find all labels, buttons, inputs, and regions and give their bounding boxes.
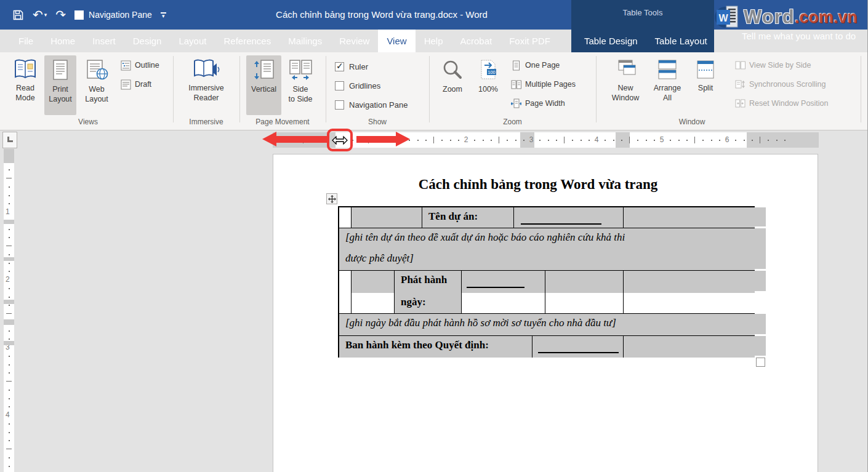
web-layout-button[interactable]: WebLayout xyxy=(78,55,116,115)
immersive-reader-button[interactable]: ImmersiveReader xyxy=(179,55,234,115)
blank-line xyxy=(521,223,601,225)
save-button[interactable] xyxy=(12,6,24,24)
redo-icon: ↷ xyxy=(55,9,66,21)
red-arrow-right xyxy=(396,132,410,146)
page-width-button[interactable]: Page Width xyxy=(511,97,565,110)
table-row-marker[interactable] xyxy=(4,300,14,304)
table-cell[interactable] xyxy=(624,271,755,314)
navigation-pane-checkbox[interactable] xyxy=(74,10,84,20)
table-cell-phat-hanh[interactable]: Phát hành ngày: xyxy=(395,271,462,314)
move-icon xyxy=(328,195,336,203)
reset-window-position-button[interactable]: Reset Window Position xyxy=(735,97,829,110)
row-end-marker xyxy=(755,271,766,291)
ruler-number: 4 xyxy=(6,410,10,419)
tab-design[interactable]: Design xyxy=(124,30,171,52)
synchronous-scrolling-button[interactable]: Synchronous Scrolling xyxy=(735,78,826,91)
undo-dropdown-icon[interactable]: ▾ xyxy=(44,12,47,18)
gridlines-checkbox-row[interactable]: Gridlines xyxy=(335,79,380,92)
tab-table-layout[interactable]: Table Layout xyxy=(646,30,716,52)
qat-navigation-pane-toggle[interactable]: Navigation Pane xyxy=(74,10,152,20)
tab-review[interactable]: Review xyxy=(331,30,378,52)
table-move-handle[interactable] xyxy=(326,193,337,204)
table-cell[interactable] xyxy=(545,271,624,314)
split-button[interactable]: Split xyxy=(691,55,720,115)
tab-help[interactable]: Help xyxy=(416,30,452,52)
synchronous-scrolling-icon xyxy=(735,79,745,90)
vertical-ruler[interactable]: 1234 xyxy=(4,149,14,472)
read-mode-button[interactable]: ReadMode xyxy=(7,55,43,115)
tab-file[interactable]: File xyxy=(10,30,42,52)
horizontal-ruler[interactable]: 123456 xyxy=(273,132,819,148)
group-label-views: Views xyxy=(5,118,171,126)
table-row-marker[interactable] xyxy=(4,257,14,261)
one-page-icon xyxy=(511,60,521,71)
multiple-pages-button[interactable]: Multiple Pages xyxy=(511,78,576,91)
page-width-icon xyxy=(511,98,521,109)
print-layout-button[interactable]: PrintLayout xyxy=(44,55,76,115)
table-cell-project-note[interactable]: [ghi tên dự án theo đề xuất dự án hoặc b… xyxy=(339,228,755,271)
table-cell-date-note[interactable]: [ghi ngày bắt đầu phát hành hồ sơ mời sơ… xyxy=(339,314,755,336)
navigation-pane-checkbox-row[interactable]: Navigation Pane xyxy=(335,98,408,111)
table-tools-label: Table Tools xyxy=(571,8,714,17)
window-title: Cách chỉnh bảng trong Word vừa trang.doc… xyxy=(203,0,560,30)
zoom-button[interactable]: Zoom xyxy=(435,55,470,115)
group-label-show: Show xyxy=(328,118,427,126)
side-to-side-button[interactable]: Sideto Side xyxy=(283,55,318,115)
ruler-row: 123456 xyxy=(0,130,868,153)
one-page-button[interactable]: One Page xyxy=(511,58,560,72)
view-side-by-side-icon xyxy=(735,60,745,71)
table-row-marker[interactable] xyxy=(4,319,14,325)
table-row-marker[interactable] xyxy=(4,341,14,345)
undo-icon: ↶ xyxy=(33,9,43,21)
ruler-number: 1 xyxy=(6,207,10,216)
tab-mailings[interactable]: Mailings xyxy=(279,30,331,52)
table-resize-handle[interactable] xyxy=(756,358,765,367)
redo-button[interactable]: ↷ xyxy=(55,6,66,24)
document-table[interactable]: Tên dự án: [ghi tên dự án theo đề xuất d… xyxy=(338,206,755,358)
table-cell[interactable] xyxy=(352,271,395,314)
zoom-100-button[interactable]: 100 100% xyxy=(472,55,505,115)
undo-button[interactable]: ↶ ▾ xyxy=(33,6,47,24)
table-cell-ten-du-an[interactable]: Tên dự án: xyxy=(422,207,514,228)
ruler-number: 6 xyxy=(724,135,730,144)
tab-insert[interactable]: Insert xyxy=(84,30,124,52)
tab-acrobat[interactable]: Acrobat xyxy=(452,30,501,52)
gridlines-checkbox[interactable] xyxy=(335,81,344,90)
table-cell[interactable] xyxy=(624,336,755,358)
table-row-marker[interactable] xyxy=(4,220,14,224)
arrange-all-icon xyxy=(656,59,678,80)
draft-button[interactable]: Draft xyxy=(121,78,151,91)
table-cell[interactable] xyxy=(339,271,352,314)
group-label-page-movement: Page Movement xyxy=(241,118,324,126)
row-end-marker xyxy=(755,228,766,269)
tab-references[interactable]: References xyxy=(215,30,279,52)
table-cell[interactable] xyxy=(532,336,624,358)
table-cell[interactable] xyxy=(514,207,624,228)
arrange-all-button[interactable]: ArrangeAll xyxy=(648,55,687,115)
tab-home[interactable]: Home xyxy=(42,30,84,52)
tab-table-design[interactable]: Table Design xyxy=(576,30,646,52)
table-cell[interactable] xyxy=(352,207,422,228)
view-side-by-side-button[interactable]: View Side by Side xyxy=(735,58,811,72)
table-cell[interactable] xyxy=(624,207,755,228)
ruler-number: 2 xyxy=(6,275,10,284)
table-cell[interactable] xyxy=(339,207,352,228)
tab-stop-selector[interactable] xyxy=(2,132,17,148)
navigation-pane-ribbon-checkbox[interactable] xyxy=(335,100,344,110)
group-page-movement: Vertical Sideto Side Page Movement xyxy=(241,52,324,130)
tab-view[interactable]: View xyxy=(378,30,415,52)
watermark-logo: W Word .com.vn xyxy=(714,1,858,33)
table-cell[interactable] xyxy=(462,271,545,314)
ruler-checkbox-row[interactable]: Ruler xyxy=(335,60,368,73)
ruler-checkbox[interactable] xyxy=(335,62,344,71)
new-window-button[interactable]: NewWindow xyxy=(606,55,645,115)
table-column-marker[interactable] xyxy=(616,132,630,148)
document-page[interactable]: Cách chỉnh bảng trong Word vừa trang Tên… xyxy=(273,154,818,472)
tab-foxit-pdf[interactable]: Foxit PDF xyxy=(500,30,559,52)
vertical-button[interactable]: Vertical xyxy=(246,55,281,115)
tab-layout[interactable]: Layout xyxy=(170,30,215,52)
outline-button[interactable]: Outline xyxy=(121,58,159,72)
table-cell-ban-hanh[interactable]: Ban hành kèm theo Quyết định: xyxy=(339,336,532,358)
qat-customize-button[interactable]: ▾ xyxy=(161,12,166,17)
side-to-side-icon xyxy=(288,59,313,81)
